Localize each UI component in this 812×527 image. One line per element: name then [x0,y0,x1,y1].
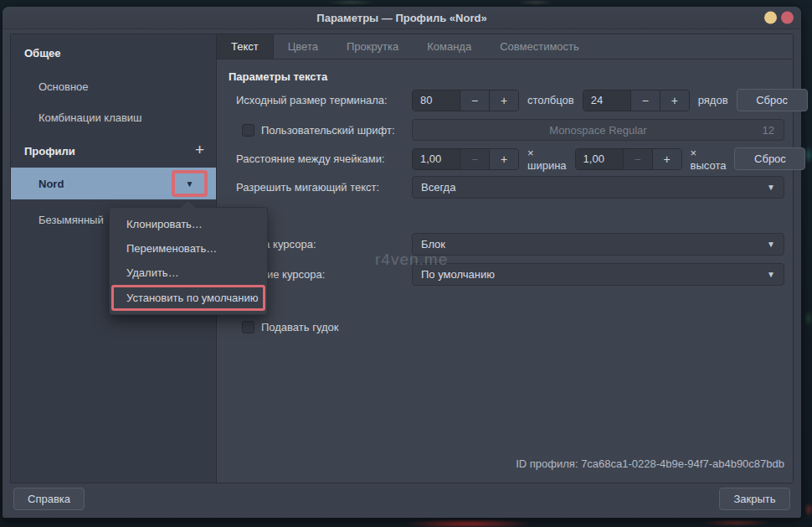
blinking-text-label: Разрешить мигающий текст: [236,181,412,194]
sidebar-header-profiles: Профили [24,145,75,158]
cell-width-value[interactable]: 1,00 [413,149,460,169]
cursor-blink-value: По умолчанию [421,268,495,281]
sidebar-item-main[interactable]: Основное [39,80,89,93]
terminal-size-row: Исходный размер терминала: 80 − + столбц… [236,89,784,111]
profile-context-menu: Клонировать… Переименовать… Удалить… Уст… [109,207,268,315]
menu-item-clone[interactable]: Клонировать… [110,212,267,236]
annotation-box-profile-menu: ▼ [172,170,208,197]
profile-id-value: 7ca68ca1-0228-4b9e-94f7-ab4b90c87bdb [581,457,784,470]
sidebar-item-profile-unnamed[interactable]: Безымянный [39,214,104,226]
screen: { "window": { "title": "Параметры — Проф… [0,0,812,527]
cell-height-increment-icon[interactable]: + [652,149,681,169]
columns-unit-label: столбцов [527,94,574,106]
tab-bar: Текст Цвета Прокрутка Команда Совместимо… [217,34,793,59]
cell-width-decrement-icon: − [460,149,489,169]
bell-label: Подавать гудок [261,321,338,333]
sidebar-item-shortcuts[interactable]: Комбинации клавиш [39,111,142,124]
columns-decrement-icon[interactable]: − [460,90,489,111]
columns-increment-icon[interactable]: + [489,90,518,111]
cell-height-decrement-icon: − [623,149,652,169]
tab-command[interactable]: Команда [413,34,486,59]
cell-width-increment-icon[interactable]: + [489,149,518,169]
cell-spacing-controls: 1,00 − + × ширина 1,00 − + × высота Сбро… [412,147,805,172]
font-size: 12 [763,124,774,137]
custom-font-label: Пользовательский шрифт: [261,124,395,137]
cell-width-unit-label: × ширина [527,147,567,172]
profile-menu-arrow-icon[interactable]: ▼ [186,179,194,189]
chevron-down-icon: ▼ [767,183,775,192]
minimize-icon[interactable] [764,12,777,24]
sidebar-item-profile-nord[interactable]: Nord ▼ [11,168,216,199]
watermark: r4ven.me [375,251,448,269]
cursor-blink-dropdown[interactable]: По умолчанию ▼ [412,263,784,286]
menu-item-delete[interactable]: Удалить… [110,261,267,285]
bell-checkbox[interactable] [242,321,254,333]
font-chooser-button[interactable]: Monospace Regular 12 [412,119,784,141]
cursor-shape-dropdown[interactable]: Блок ▼ [412,233,784,256]
profile-name: Nord [39,178,64,190]
tab-compatibility[interactable]: Совместимость [486,34,594,59]
terminal-size-reset-button[interactable]: Сброс [737,89,808,111]
rows-increment-icon[interactable]: + [660,90,689,111]
rows-value[interactable]: 24 [583,90,630,111]
blinking-text-row: Разрешить мигающий текст: Всегда ▼ [236,176,784,199]
tab-text[interactable]: Текст [217,34,274,59]
chevron-down-icon: ▼ [767,270,775,279]
close-button[interactable]: Закрыть [719,488,790,510]
cell-height-stepper[interactable]: 1,00 − + [575,148,682,170]
section-title: Параметры текста [229,70,327,83]
window-title: Параметры — Профиль «Nord» [316,12,486,24]
cell-spacing-label: Расстояние между ячейками: [236,152,412,165]
tab-scrolling[interactable]: Прокрутка [332,34,413,59]
cursor-blink-row: Мигание курсора: По умолчанию ▼ [236,263,784,286]
sidebar-header-general: Общее [24,47,61,59]
cell-spacing-reset-button[interactable]: Сброс [734,147,805,170]
main-panel: Текст Цвета Прокрутка Команда Совместимо… [217,34,793,483]
cell-height-unit-label: × высота [691,147,727,172]
cell-spacing-row: Расстояние между ячейками: 1,00 − + × ши… [236,147,784,170]
window-controls [764,12,794,24]
terminal-size-controls: 80 − + столбцов 24 − + рядов Сброс [412,89,808,111]
tab-colors[interactable]: Цвета [274,34,332,59]
menu-item-rename[interactable]: Переименовать… [110,236,267,261]
custom-font-row: Пользовательский шрифт: Monospace Regula… [236,119,784,142]
rows-unit-label: рядов [698,94,728,106]
rows-stepper[interactable]: 24 − + [583,90,690,111]
close-icon[interactable] [781,12,794,24]
columns-value[interactable]: 80 [413,90,460,111]
chevron-down-icon: ▼ [767,240,775,249]
cell-width-stepper[interactable]: 1,00 − + [412,148,519,170]
custom-font-checkbox[interactable] [242,124,254,137]
blinking-text-dropdown[interactable]: Всегда ▼ [412,176,784,199]
help-button[interactable]: Справка [13,488,85,510]
bell-row: Подавать гудок [236,316,784,338]
terminal-size-label: Исходный размер терминала: [236,94,412,106]
menu-pointer-notch [181,201,196,208]
titlebar[interactable]: Параметры — Профиль «Nord» [3,7,801,29]
cell-height-value[interactable]: 1,00 [576,149,623,169]
blinking-text-value: Всегда [421,181,455,194]
cursor-shape-value: Блок [421,238,445,251]
add-profile-icon[interactable]: + [195,142,204,158]
columns-stepper[interactable]: 80 − + [412,90,519,111]
menu-item-set-default[interactable]: Установить по умолчанию [111,285,265,311]
font-name: Monospace Regular [549,124,646,137]
profile-id: ID профиля: 7ca68ca1-0228-4b9e-94f7-ab4b… [516,457,784,470]
cursor-shape-row: Форма курсора: Блок ▼ [236,233,784,256]
rows-decrement-icon[interactable]: − [630,90,660,111]
profile-id-label: ID профиля: [516,457,581,470]
